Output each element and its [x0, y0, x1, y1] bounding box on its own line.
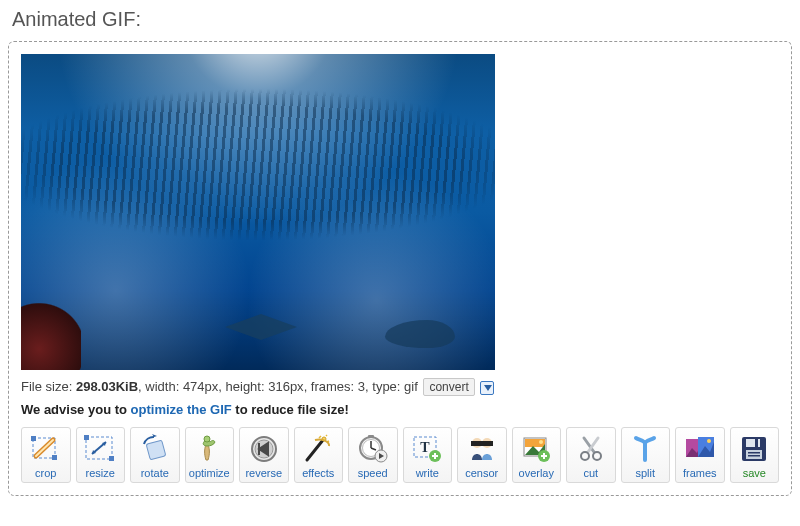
tool-label: speed	[358, 467, 388, 479]
rotate-icon	[136, 432, 174, 466]
gif-decor	[385, 320, 455, 348]
download-icon[interactable]	[480, 381, 494, 395]
svg-rect-34	[748, 452, 760, 454]
file-frames-value: 3	[354, 379, 365, 394]
svg-rect-35	[748, 455, 760, 457]
svg-rect-33	[746, 450, 762, 459]
split-button[interactable]: split	[621, 427, 671, 483]
optimize-link[interactable]: optimize the GIF	[131, 402, 232, 417]
file-info: File size: 298.03KiB, width: 474px, heig…	[21, 378, 779, 396]
optimize-button[interactable]: optimize	[185, 427, 235, 483]
resize-button[interactable]: resize	[76, 427, 126, 483]
gif-decor	[21, 300, 81, 370]
tool-label: censor	[465, 467, 498, 479]
tool-label: resize	[86, 467, 115, 479]
crop-button[interactable]: crop	[21, 427, 71, 483]
save-button[interactable]: save	[730, 427, 780, 483]
optimize-advice: We advise you to optimize the GIF to red…	[21, 402, 779, 417]
advice-suffix: to reduce file size!	[232, 402, 349, 417]
toolbar: crop resize	[21, 427, 779, 483]
reverse-icon	[245, 432, 283, 466]
svg-point-26	[593, 452, 601, 460]
tool-label: save	[743, 467, 766, 479]
tool-label: overlay	[519, 467, 554, 479]
svg-rect-6	[146, 440, 166, 460]
resize-icon	[81, 432, 119, 466]
effects-button[interactable]: effects	[294, 427, 344, 483]
write-icon: T	[408, 432, 446, 466]
frames-icon	[681, 432, 719, 466]
file-type-label: , type:	[365, 379, 400, 394]
effects-icon	[299, 432, 337, 466]
advice-prefix: We advise you to	[21, 402, 131, 417]
svg-rect-5	[109, 456, 114, 461]
gif-decor	[221, 314, 301, 340]
tool-label: effects	[302, 467, 334, 479]
file-type-value: gif	[400, 379, 417, 394]
file-height-label: , height:	[218, 379, 264, 394]
overlay-button[interactable]: overlay	[512, 427, 562, 483]
overlay-icon	[517, 432, 555, 466]
tool-label: rotate	[141, 467, 169, 479]
tool-label: write	[416, 467, 439, 479]
svg-point-7	[204, 436, 210, 442]
optimize-icon	[190, 432, 228, 466]
tool-label: split	[635, 467, 655, 479]
svg-rect-20	[471, 441, 493, 446]
gif-preview	[21, 54, 495, 370]
file-size-label: File size:	[21, 379, 72, 394]
write-button[interactable]: T write	[403, 427, 453, 483]
convert-button[interactable]: convert	[423, 378, 474, 396]
svg-rect-13	[368, 435, 374, 438]
file-height-value: 316px	[265, 379, 304, 394]
split-icon	[626, 432, 664, 466]
tool-label: cut	[583, 467, 598, 479]
censor-button[interactable]: censor	[457, 427, 507, 483]
cut-button[interactable]: cut	[566, 427, 616, 483]
editor-panel: File size: 298.03KiB, width: 474px, heig…	[8, 41, 792, 496]
frames-button[interactable]: frames	[675, 427, 725, 483]
svg-rect-4	[84, 435, 89, 440]
file-width-label: , width:	[138, 379, 179, 394]
tool-label: frames	[683, 467, 717, 479]
crop-icon	[27, 432, 65, 466]
cut-icon	[572, 432, 610, 466]
reverse-button[interactable]: reverse	[239, 427, 289, 483]
tool-label: crop	[35, 467, 56, 479]
tool-label: optimize	[189, 467, 230, 479]
censor-icon	[463, 432, 501, 466]
page-title: Animated GIF:	[12, 8, 792, 31]
rotate-button[interactable]: rotate	[130, 427, 180, 483]
svg-point-23	[539, 440, 543, 444]
file-width-value: 474px	[179, 379, 218, 394]
speed-icon	[354, 432, 392, 466]
svg-rect-2	[52, 455, 57, 460]
svg-point-25	[581, 452, 589, 460]
svg-rect-32	[755, 439, 758, 447]
speed-button[interactable]: speed	[348, 427, 398, 483]
svg-rect-1	[31, 436, 36, 441]
file-frames-label: , frames:	[304, 379, 355, 394]
tool-label: reverse	[245, 467, 282, 479]
file-size-value: 298.03KiB	[76, 379, 138, 394]
svg-text:T: T	[421, 440, 431, 455]
svg-point-29	[707, 439, 711, 443]
save-icon	[735, 432, 773, 466]
